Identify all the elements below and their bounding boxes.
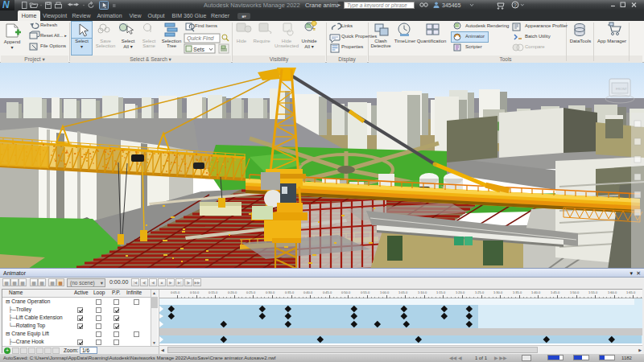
svg-text:Quick Find: Quick Find [187,35,215,42]
svg-text:Sets: Sets [193,47,205,52]
svg-text:FRONT: FRONT [616,87,627,91]
svg-text:?: ? [514,2,517,8]
svg-text:345465: 345465 [442,2,460,8]
